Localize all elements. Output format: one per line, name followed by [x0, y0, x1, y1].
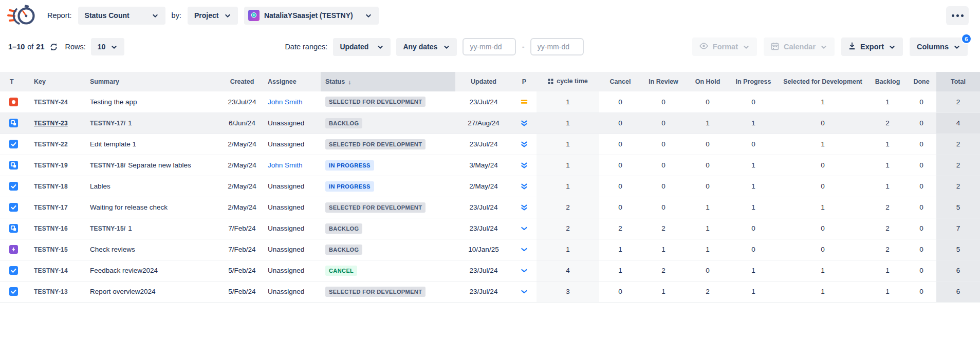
date-preset-select[interactable]: Any dates — [396, 38, 457, 56]
issue-key-link[interactable]: TESTNY-17 — [34, 204, 68, 211]
column-header-total[interactable]: Total — [936, 72, 980, 91]
issue-key-link[interactable]: TESTNY-23 — [34, 120, 68, 127]
column-header-p[interactable]: P — [512, 72, 537, 91]
column-header-done[interactable]: Done — [907, 72, 936, 91]
column-header-status[interactable]: Status↓ — [321, 72, 455, 91]
cell-backlog: 2 — [868, 239, 907, 260]
column-label: Updated — [471, 78, 496, 85]
column-header-in-progress[interactable]: In Progress — [730, 72, 777, 91]
issue-key-link[interactable]: TESTNY-14 — [34, 267, 68, 274]
issue-key-link[interactable]: TESTNY-16 — [34, 225, 68, 232]
more-actions-button[interactable] — [946, 6, 969, 25]
format-label: Format — [713, 43, 738, 51]
issue-type-cell — [0, 239, 23, 260]
cell-total: 2 — [936, 91, 980, 112]
table-row[interactable]: TESTNY-15Check reviews7/Feb/24Unassigned… — [0, 239, 980, 260]
chevron-down-icon — [365, 12, 372, 20]
column-header-assignee[interactable]: Assignee — [263, 72, 321, 91]
group-by-select[interactable]: Project — [188, 7, 238, 25]
report-type-select[interactable]: Status Count — [78, 7, 165, 25]
table-row[interactable]: TESTNY-13Report overview20245/Feb/24Unas… — [0, 281, 980, 302]
rows-per-page-select[interactable]: 10 — [91, 38, 125, 55]
priority-low-icon — [520, 246, 528, 254]
column-header-summary[interactable]: Summary — [76, 72, 221, 91]
issue-key-cell: TESTNY-13 — [23, 281, 76, 302]
cell-total: 5 — [936, 239, 980, 260]
issue-summary: Feedback review2024 — [90, 267, 158, 274]
columns-button[interactable]: Columns 6 — [910, 37, 968, 56]
column-header-on-hold[interactable]: On Hold — [686, 72, 730, 91]
issue-key-link[interactable]: TESTNY-22 — [34, 141, 68, 148]
issue-type-cell — [0, 134, 23, 155]
issue-summary: Testing the app — [90, 98, 137, 106]
table-row[interactable]: TESTNY-19TESTNY-18/Separate new lables2/… — [0, 155, 980, 176]
table-row[interactable]: TESTNY-16TESTNY-15/17/Feb/24UnassignedBA… — [0, 218, 980, 239]
project-avatar — [248, 10, 260, 21]
issue-key-link[interactable]: TESTNY-24 — [34, 99, 68, 106]
refresh-button[interactable] — [48, 43, 59, 51]
table-row[interactable]: TESTNY-24Testing the app23/Jul/24John Sm… — [0, 91, 980, 112]
date-from-input[interactable] — [463, 38, 516, 55]
issue-key-cell: TESTNY-19 — [23, 155, 76, 176]
chevron-down-icon — [110, 44, 118, 51]
issue-summary: Lables — [90, 182, 110, 190]
epic-icon — [9, 245, 18, 254]
table-row[interactable]: TESTNY-18Lables2/May/24UnassignedIN PROG… — [0, 176, 980, 197]
cell-done: 0 — [907, 281, 936, 302]
cell-done: 0 — [907, 155, 936, 176]
date-field-select[interactable]: Updated — [333, 38, 391, 56]
column-header-t[interactable]: T — [0, 72, 23, 91]
column-label: P — [522, 78, 526, 85]
cell-backlog: 1 — [868, 176, 907, 197]
cell-in-review: 0 — [641, 176, 686, 197]
created-date: 5/Feb/24 — [221, 281, 263, 302]
table-row[interactable]: TESTNY-17Waiting for release check2/May/… — [0, 197, 980, 218]
status-cell: IN PROGRESS — [321, 155, 455, 176]
table-row[interactable]: TESTNY-14Feedback review20245/Feb/24Unas… — [0, 260, 980, 281]
summary-cell: TESTNY-15/1 — [76, 218, 221, 239]
column-header-cycle-time[interactable]: cycle time — [537, 72, 599, 91]
cell-done: 0 — [907, 260, 936, 281]
issue-key-link[interactable]: TESTNY-19 — [34, 162, 68, 169]
assignee[interactable]: John Smith — [268, 161, 303, 169]
created-date: 7/Feb/24 — [221, 218, 263, 239]
cell-done: 0 — [907, 218, 936, 239]
assignee[interactable]: John Smith — [268, 98, 303, 106]
column-header-inner: Summary — [90, 78, 119, 85]
date-to-input[interactable] — [530, 38, 584, 55]
table-row[interactable]: TESTNY-23TESTNY-17/16/Jun/24UnassignedBA… — [0, 112, 980, 134]
updated-date: 23/Jul/24 — [455, 260, 512, 281]
column-header-created[interactable]: Created — [221, 72, 263, 91]
group-by-value: Project — [194, 11, 218, 20]
column-header-backlog[interactable]: Backlog — [868, 72, 907, 91]
dot — [956, 14, 959, 17]
assignee-cell: Unassigned — [263, 197, 321, 218]
column-header-in-review[interactable]: In Review — [641, 72, 686, 91]
issue-key-link[interactable]: TESTNY-15 — [34, 246, 68, 253]
subtask-icon — [9, 224, 18, 233]
column-header-key[interactable]: Key — [23, 72, 76, 91]
cell-in-review: 1 — [641, 281, 686, 302]
cell-selected-for-development: 0 — [777, 176, 868, 197]
assignee-cell: Unassigned — [263, 176, 321, 197]
table-row[interactable]: TESTNY-22Edit template 12/May/24Unassign… — [0, 134, 980, 155]
cell-cycle-time: 1 — [537, 155, 599, 176]
topbar: Report: Status Count by: Project Natalia… — [0, 0, 980, 26]
project-select[interactable]: NataliaYSaasjet (TESTNY) — [244, 7, 379, 25]
summary-cell: Lables — [76, 176, 221, 197]
cell-total: 5 — [936, 197, 980, 218]
assignee-cell: Unassigned — [263, 218, 321, 239]
issue-key-link[interactable]: TESTNY-13 — [34, 288, 68, 295]
column-label: Cancel — [610, 78, 631, 85]
column-header-updated[interactable]: Updated — [455, 72, 512, 91]
column-header-selected-for-development[interactable]: Selected for Development — [777, 72, 868, 91]
parent-key-prefix: TESTNY-18/ — [90, 162, 125, 169]
grid-icon — [548, 79, 553, 84]
status-cell: BACKLOG — [321, 218, 455, 239]
column-header-cancel[interactable]: Cancel — [599, 72, 641, 91]
export-button[interactable]: Export — [841, 37, 903, 56]
cell-cycle-time: 2 — [537, 218, 599, 239]
report-label: Report: — [47, 11, 72, 20]
created-date: 2/May/24 — [221, 134, 263, 155]
issue-key-link[interactable]: TESTNY-18 — [34, 183, 68, 190]
